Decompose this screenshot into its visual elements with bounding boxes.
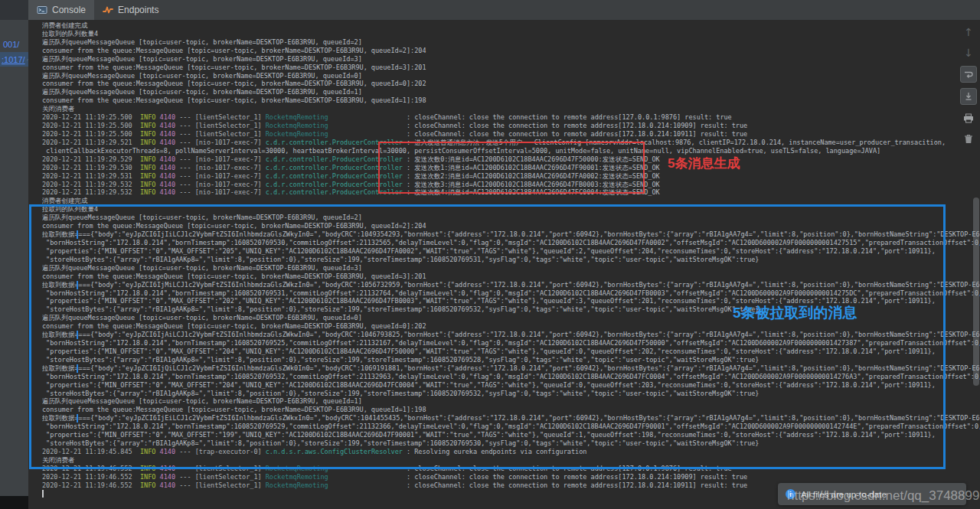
log-line: 遍历队列queueMessageQueue [topic=user-topic,… bbox=[42, 72, 980, 80]
log-line: 拉取到的队列数量4 bbox=[42, 205, 980, 214]
pulled-data-highlight: 拉取到数据 bbox=[42, 364, 75, 372]
background-panel-footer bbox=[0, 496, 28, 509]
log-line: "properties":{"MIN_OFFSET":"0","MAX_OFFS… bbox=[42, 381, 980, 390]
background-link-top[interactable]: 001/ bbox=[3, 40, 19, 49]
log-line: 遍历队列queueMessageQueue [topic=user-topic,… bbox=[42, 397, 980, 406]
log-line: consumer from the queue:MessageQueue [to… bbox=[42, 80, 980, 88]
log-line: 拉取到数据===={"body":"eyJpZCI6IjEiLCJ1c2Vybm… bbox=[42, 414, 980, 423]
log-line: 2020-12-21 11:19:29.531 INFO 4140 --- [n… bbox=[42, 172, 980, 181]
log-line: "bornHostString":"172.18.0.214","bornTim… bbox=[42, 289, 980, 298]
log-line: 2020-12-21 11:19:29.532 INFO 4140 --- [n… bbox=[42, 188, 980, 197]
log-line: 拉取到数据===={"body":"eyJpZCI6IjAiLCJ1c2Vybm… bbox=[42, 331, 980, 339]
log-line: "storeHostBytes":{"array":"rBIA1gAAKp8="… bbox=[42, 256, 980, 264]
log-line: "properties":{"MIN_OFFSET":"0","MAX_OFFS… bbox=[42, 347, 980, 356]
log-line: 2020-12-21 11:19:29.532 INFO 4140 --- [n… bbox=[42, 181, 980, 189]
tool-window-tabbar: Console Endpoints bbox=[28, 0, 980, 20]
log-line: 遍历队列queueMessageQueue [topic=user-topic,… bbox=[42, 214, 980, 222]
log-line: 消费者创建完成 bbox=[42, 21, 980, 30]
log-line: 拉取到的队列数量4 bbox=[42, 30, 980, 38]
endpoints-icon bbox=[103, 5, 113, 15]
pulled-data-highlight: 拉取到数据 bbox=[42, 331, 75, 338]
log-line: 2020-12-21 11:19:25.500 INFO 4140 --- [l… bbox=[42, 130, 980, 139]
log-line: 2020-12-21 11:19:45.845 INFO 4140 --- [t… bbox=[42, 448, 980, 456]
console-icon bbox=[37, 5, 47, 15]
log-line: 2020-12-21 11:19:46.552 INFO 4140 --- [l… bbox=[42, 473, 980, 481]
pulled-data-highlight: 拉取到数据 bbox=[42, 414, 75, 422]
console-output[interactable]: 消费者创建完成拉取到的队列数量4遍历队列queueMessageQueue [t… bbox=[28, 20, 980, 509]
log-line: consumer from the queue:MessageQueue [to… bbox=[42, 222, 980, 230]
print-icon[interactable] bbox=[961, 110, 976, 126]
blue-annotation-label: 5条被拉取到的消息 bbox=[733, 303, 858, 323]
ide-console-window: 001/ :1017/ Console Endpoints 消费者创建完成拉取到… bbox=[0, 0, 980, 509]
log-line: consumer from the queue:MessageQueue [to… bbox=[42, 96, 980, 105]
log-line: clientCallbackExecutorThreads=8, pollNam… bbox=[42, 147, 980, 155]
tab-console[interactable]: Console bbox=[28, 0, 94, 20]
text-caret bbox=[42, 490, 44, 498]
tab-endpoints-label: Endpoints bbox=[118, 5, 158, 15]
log-line: consumer from the queue:MessageQueue [to… bbox=[42, 406, 980, 414]
log-line: consumer from the queue:MessageQueue [to… bbox=[42, 322, 980, 331]
log-line: consumer from the queue:MessageQueue [to… bbox=[42, 64, 980, 72]
log-line: 遍历队列queueMessageQueue [topic=user-topic,… bbox=[42, 38, 980, 47]
log-line: 拉取到数据===={"body":"eyJpZCI6IjMiLCJ1c2Vybm… bbox=[42, 281, 980, 289]
log-line: 2020-12-21 11:19:46.552 INFO 4140 --- [l… bbox=[42, 465, 980, 473]
log-line: 2020-12-21 11:19:29.530 INFO 4140 --- [n… bbox=[42, 164, 980, 172]
log-line: 拉取到数据===={"body":"eyJpZCI6IjIiLCJ1c2Vybm… bbox=[42, 230, 980, 239]
log-line: 遍历队列queueMessageQueue [topic=user-topic,… bbox=[42, 264, 980, 272]
log-line: "bornHostString":"172.18.0.214","bornTim… bbox=[42, 423, 980, 431]
red-annotation-label: 5条消息生成 bbox=[668, 155, 740, 172]
log-line: 拉取到数据===={"body":"eyJpZCI6IjQiLCJ1c2Vybm… bbox=[42, 364, 980, 373]
log-line: 2020-12-21 11:19:29.529 INFO 4140 --- [n… bbox=[42, 155, 980, 164]
log-line: 2020-12-21 11:19:25.500 INFO 4140 --- [l… bbox=[42, 122, 980, 130]
soft-wrap-icon[interactable] bbox=[960, 66, 977, 83]
log-line: 关闭消费者 bbox=[42, 105, 980, 113]
log-line: "bornHostString":"172.18.0.214","bornTim… bbox=[42, 373, 980, 381]
log-line: "bornHostString":"172.18.0.214","bornTim… bbox=[42, 339, 980, 347]
log-line: "properties":{"MIN_OFFSET":"0","MAX_OFFS… bbox=[42, 247, 980, 256]
background-panel-header bbox=[0, 0, 28, 20]
log-line: 关闭消费者 bbox=[42, 456, 980, 465]
log-line: "storeHostBytes":{"array":"rBIA1gAAKp8="… bbox=[42, 356, 980, 364]
clear-console-trash-icon[interactable] bbox=[961, 131, 976, 146]
port-link[interactable]: :1017/ bbox=[2, 55, 25, 64]
log-line: 2020-12-21 11:19:29.521 INFO 4140 --- [n… bbox=[42, 139, 980, 147]
pulled-data-highlight: 拉取到数据 bbox=[42, 281, 75, 289]
pulled-data-highlight: 拉取到数据 bbox=[42, 230, 75, 238]
prev-occurrence-icon[interactable]: ↑ bbox=[961, 24, 976, 40]
log-line: 消费者创建完成 bbox=[42, 197, 980, 205]
log-line: "properties":{"MIN_OFFSET":"0","MAX_OFFS… bbox=[42, 431, 980, 439]
log-line: consumer from the queue:MessageQueue [to… bbox=[42, 47, 980, 55]
log-line: 遍历队列queueMessageQueue [topic=user-topic,… bbox=[42, 88, 980, 96]
log-line: "bornHostString":"172.18.0.214","bornTim… bbox=[42, 239, 980, 247]
background-selected-row[interactable]: :1017/ bbox=[0, 52, 28, 67]
log-line: 遍历队列queueMessageQueue [topic=user-topic,… bbox=[42, 55, 980, 64]
console-scrollbar[interactable] bbox=[973, 197, 979, 386]
log-line: consumer from the queue:MessageQueue [to… bbox=[42, 272, 980, 281]
log-line: "storeHostBytes":{"array":"rBIA1gAAKp8="… bbox=[42, 390, 980, 398]
background-panel: 001/ :1017/ bbox=[0, 0, 28, 509]
tab-console-label: Console bbox=[52, 5, 86, 15]
log-line: "storeHostBytes":{"array":"rBIA1gAAKp8="… bbox=[42, 439, 980, 448]
next-occurrence-icon[interactable]: ↓ bbox=[961, 45, 976, 60]
console-toolbar: ↑ ↓ bbox=[959, 24, 978, 146]
log-line: 2020-12-21 11:19:25.500 INFO 4140 --- [l… bbox=[42, 113, 980, 122]
tab-endpoints[interactable]: Endpoints bbox=[94, 0, 167, 20]
scroll-to-end-icon[interactable] bbox=[960, 88, 977, 105]
watermark-text: https://blog.csdn.net/qq_37488998 bbox=[787, 488, 980, 504]
